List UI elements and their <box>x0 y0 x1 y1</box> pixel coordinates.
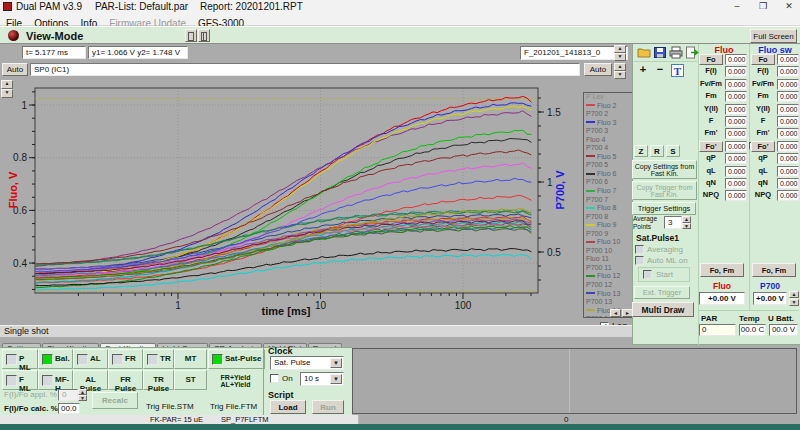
auto-scale-right-button[interactable]: Auto <box>584 63 612 76</box>
unchecked-icon[interactable] <box>112 354 123 365</box>
record-up-icon[interactable]: ▲ <box>614 45 626 53</box>
average-points-field[interactable]: 3 <box>664 216 682 229</box>
legend-item[interactable]: P700 8 <box>584 213 634 222</box>
fifo-appl-field[interactable]: 0 <box>58 389 78 401</box>
checked-icon[interactable] <box>42 354 53 365</box>
param-label-fo[interactable]: Fo <box>699 54 723 65</box>
average-up-icon[interactable]: ▲ <box>682 216 691 223</box>
toggle-al[interactable]: AL <box>73 349 108 369</box>
fifo-calc-field[interactable]: 00.0 <box>58 403 80 414</box>
toggle-fr[interactable]: FR <box>108 349 143 369</box>
legend-item[interactable]: Fluo 7 <box>584 187 634 196</box>
legend-item[interactable]: Fluo 5 <box>584 153 634 162</box>
copy-settings-button[interactable]: Copy Settings from Fast Kin. <box>632 160 697 179</box>
zoom-reset-button[interactable]: Z <box>634 145 648 157</box>
script-run-button[interactable]: Run <box>312 400 344 414</box>
close-button[interactable]: ✕ <box>780 1 798 12</box>
legend-item[interactable]: Fluo 10 <box>584 238 634 247</box>
button-al-pulse[interactable]: AL Pulse <box>73 370 108 390</box>
legend-item[interactable]: P700 4 <box>584 144 634 153</box>
unchecked-icon[interactable] <box>147 354 158 365</box>
zoom-in-button[interactable]: + <box>636 63 650 78</box>
legend-item[interactable]: P700 5 <box>584 161 634 170</box>
curve-legend[interactable]: P LevFluo 2P700 2Fluo 3P700 3Fluo 4P700 … <box>583 92 635 318</box>
chevron-down-icon[interactable]: ▼ <box>330 358 342 368</box>
minimize-button[interactable]: – <box>728 1 746 12</box>
p700-gain-up-icon[interactable]: ▲ <box>789 291 799 298</box>
print-icon[interactable] <box>669 46 683 59</box>
clock-on-checkbox[interactable] <box>270 374 279 383</box>
legend-item[interactable]: Fluo 3 <box>584 119 634 128</box>
param-label-fo[interactable]: Fo' <box>751 141 775 152</box>
legend-item[interactable]: P700 11 <box>584 264 634 273</box>
button-fr-pulse[interactable]: FR Pulse <box>108 370 143 390</box>
average-down-icon[interactable]: ▼ <box>682 223 691 229</box>
copy-trigger-button[interactable]: Copy Trigger from Fast Kin. <box>632 181 697 200</box>
button-tr-pulse[interactable]: TR Pulse <box>143 370 174 390</box>
toggle-mf-h[interactable]: MF-H <box>38 370 73 390</box>
legend-item[interactable]: P700 7 <box>584 196 634 205</box>
legend-item[interactable]: Fluo 4 <box>584 136 634 145</box>
export-report-icon[interactable] <box>685 46 699 59</box>
auto-scale-left-button[interactable]: Auto <box>2 63 28 76</box>
legend-item[interactable]: Fluo 13 <box>584 290 634 299</box>
script-load-button[interactable]: Load <box>270 400 306 414</box>
unchecked-icon[interactable] <box>77 354 88 365</box>
unchecked-icon[interactable] <box>6 354 17 365</box>
toggle-bal-[interactable]: Bal. <box>38 349 73 369</box>
param-label-fo[interactable]: Fo' <box>699 141 723 152</box>
button-mt[interactable]: MT <box>174 349 207 369</box>
unchecked-icon[interactable] <box>42 375 53 386</box>
ext-trigger-button[interactable]: Ext. Trigger <box>634 286 690 299</box>
legend-item[interactable]: Fluo 12 <box>584 272 634 281</box>
save-file-icon[interactable] <box>653 46 667 59</box>
fo-fm-fluo-button[interactable]: Fo, Fm <box>700 263 744 277</box>
start-checkbox[interactable] <box>643 270 652 279</box>
zoom-out-button[interactable]: − <box>653 63 667 78</box>
legend-item[interactable]: P700 6 <box>584 178 634 187</box>
legend-item[interactable]: Fluo 6 <box>584 170 634 179</box>
legend-item[interactable]: Fluo 9 <box>584 221 634 230</box>
multi-draw-button[interactable]: Multi Draw <box>632 302 694 317</box>
toggle-f-ml[interactable]: F ML <box>2 370 38 390</box>
legend-item[interactable]: P700 13 <box>584 298 634 307</box>
auto-ml-checkbox[interactable] <box>635 256 644 265</box>
fifo-down-icon[interactable]: ▼ <box>78 395 87 401</box>
trigger-settings-button[interactable]: Trigger Settings <box>632 202 696 215</box>
legend-item[interactable]: P700 3 <box>584 127 634 136</box>
legend-item[interactable]: P700 10 <box>584 247 634 256</box>
param-label-fo[interactable]: Fo <box>751 54 775 65</box>
open-file-icon[interactable] <box>637 46 651 59</box>
recalc-button[interactable]: Recalc <box>92 392 138 409</box>
full-screen-button[interactable]: Full Screen <box>750 29 797 43</box>
legend-item[interactable]: P700 9 <box>584 230 634 239</box>
legend-scroll-left-icon[interactable]: ◄ <box>610 309 621 317</box>
record-down-icon[interactable]: ▼ <box>614 53 626 61</box>
unchecked-icon[interactable] <box>6 375 17 386</box>
legend-item[interactable]: P Lev <box>584 93 634 102</box>
layout-single-icon[interactable] <box>185 29 197 42</box>
scale-button[interactable]: S <box>666 145 680 157</box>
p700-gain-down-icon[interactable]: ▼ <box>789 299 799 306</box>
toggle-tr[interactable]: TR <box>143 349 174 369</box>
legend-item[interactable]: Fluo 8 <box>584 204 634 213</box>
button-st[interactable]: ST <box>174 370 207 390</box>
legend-item[interactable]: Fluo 11 <box>584 255 634 264</box>
legend-item[interactable]: P700 2 <box>584 110 634 119</box>
toggle-sat-pulse[interactable]: Sat-Pulse <box>208 349 265 369</box>
chevron-down-icon[interactable]: ▼ <box>330 374 342 384</box>
record-selector[interactable]: F_201201_141813_0 ▼ <box>520 46 628 60</box>
layout-split-icon[interactable] <box>198 29 210 42</box>
checked-icon[interactable] <box>212 354 223 365</box>
toggle-p-ml[interactable]: P ML <box>2 349 38 369</box>
clock-mode-select[interactable]: Sat. Pulse ▼ <box>270 356 344 370</box>
maximize-button[interactable]: ❒ <box>754 1 772 12</box>
legend-item[interactable]: P700 12 <box>584 281 634 290</box>
sample-comment-field[interactable]: SP0 (IC1) <box>30 63 580 76</box>
redraw-button[interactable]: R <box>650 145 664 157</box>
text-tool-button[interactable]: T <box>671 64 684 77</box>
legend-item[interactable]: Fluo 2 <box>584 102 634 111</box>
averaging-checkbox[interactable] <box>635 245 644 254</box>
fo-fm-p700-button[interactable]: Fo, Fm <box>752 263 796 277</box>
clock-interval-select[interactable]: 10 s ▼ <box>300 372 344 386</box>
